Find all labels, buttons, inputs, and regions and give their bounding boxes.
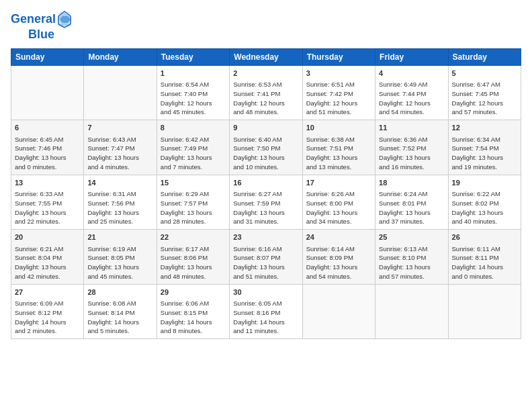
day-info: Sunrise: 6:34 AM Sunset: 7:54 PM Dayligh… xyxy=(452,135,517,172)
calendar-cell: 15Sunrise: 6:29 AM Sunset: 7:57 PM Dayli… xyxy=(157,175,229,229)
calendar-cell: 5Sunrise: 6:47 AM Sunset: 7:45 PM Daylig… xyxy=(448,65,521,120)
day-info: Sunrise: 6:42 AM Sunset: 7:49 PM Dayligh… xyxy=(161,135,226,172)
calendar-cell: 29Sunrise: 6:06 AM Sunset: 8:15 PM Dayli… xyxy=(157,284,229,338)
day-info: Sunrise: 6:49 AM Sunset: 7:44 PM Dayligh… xyxy=(379,80,444,117)
day-number: 18 xyxy=(379,178,444,188)
day-info: Sunrise: 6:09 AM Sunset: 8:12 PM Dayligh… xyxy=(15,299,80,336)
calendar-cell xyxy=(448,284,521,338)
calendar-cell: 13Sunrise: 6:33 AM Sunset: 7:55 PM Dayli… xyxy=(11,175,84,229)
day-info: Sunrise: 6:22 AM Sunset: 8:02 PM Dayligh… xyxy=(452,189,517,226)
day-number: 8 xyxy=(161,123,226,133)
day-number: 20 xyxy=(15,232,80,242)
day-number: 23 xyxy=(233,232,298,242)
calendar-cell: 10Sunrise: 6:38 AM Sunset: 7:51 PM Dayli… xyxy=(302,120,375,175)
day-info: Sunrise: 6:16 AM Sunset: 8:07 PM Dayligh… xyxy=(233,244,298,281)
calendar-week-row: 6Sunrise: 6:45 AM Sunset: 7:46 PM Daylig… xyxy=(11,120,521,175)
day-number: 30 xyxy=(233,287,298,298)
day-info: Sunrise: 6:27 AM Sunset: 7:59 PM Dayligh… xyxy=(233,189,298,226)
calendar-cell xyxy=(84,65,157,120)
day-info: Sunrise: 6:06 AM Sunset: 8:15 PM Dayligh… xyxy=(161,299,226,336)
day-info: Sunrise: 6:05 AM Sunset: 8:16 PM Dayligh… xyxy=(233,299,298,336)
day-number: 29 xyxy=(161,287,226,298)
day-info: Sunrise: 6:29 AM Sunset: 7:57 PM Dayligh… xyxy=(161,189,226,226)
day-info: Sunrise: 6:40 AM Sunset: 7:50 PM Dayligh… xyxy=(233,135,298,172)
calendar-cell: 21Sunrise: 6:19 AM Sunset: 8:05 PM Dayli… xyxy=(84,230,157,284)
calendar-cell: 19Sunrise: 6:22 AM Sunset: 8:02 PM Dayli… xyxy=(448,175,521,229)
calendar-cell: 18Sunrise: 6:24 AM Sunset: 8:01 PM Dayli… xyxy=(375,175,448,229)
day-number: 21 xyxy=(87,232,152,242)
logo-icon xyxy=(57,11,72,28)
day-number: 22 xyxy=(161,232,226,242)
day-number: 7 xyxy=(87,123,152,133)
weekday-header: Tuesday xyxy=(157,48,229,65)
calendar-cell: 6Sunrise: 6:45 AM Sunset: 7:46 PM Daylig… xyxy=(11,120,84,175)
calendar-cell: 9Sunrise: 6:40 AM Sunset: 7:50 PM Daylig… xyxy=(230,120,302,175)
calendar-cell: 22Sunrise: 6:17 AM Sunset: 8:06 PM Dayli… xyxy=(157,230,229,284)
weekday-header: Sunday xyxy=(11,48,84,65)
calendar-cell: 11Sunrise: 6:36 AM Sunset: 7:52 PM Dayli… xyxy=(375,120,448,175)
calendar-cell: 23Sunrise: 6:16 AM Sunset: 8:07 PM Dayli… xyxy=(230,230,302,284)
weekday-header: Wednesday xyxy=(230,48,302,65)
calendar-cell: 8Sunrise: 6:42 AM Sunset: 7:49 PM Daylig… xyxy=(157,120,229,175)
calendar-cell: 17Sunrise: 6:26 AM Sunset: 8:00 PM Dayli… xyxy=(302,175,375,229)
calendar-cell: 30Sunrise: 6:05 AM Sunset: 8:16 PM Dayli… xyxy=(230,284,302,338)
calendar-cell: 7Sunrise: 6:43 AM Sunset: 7:47 PM Daylig… xyxy=(84,120,157,175)
day-number: 28 xyxy=(87,287,152,298)
day-info: Sunrise: 6:33 AM Sunset: 7:55 PM Dayligh… xyxy=(15,189,80,226)
calendar-week-row: 20Sunrise: 6:21 AM Sunset: 8:04 PM Dayli… xyxy=(11,230,521,284)
day-info: Sunrise: 6:38 AM Sunset: 7:51 PM Dayligh… xyxy=(306,135,371,172)
calendar-cell: 28Sunrise: 6:08 AM Sunset: 8:14 PM Dayli… xyxy=(84,284,157,338)
calendar-cell xyxy=(11,65,84,120)
day-info: Sunrise: 6:21 AM Sunset: 8:04 PM Dayligh… xyxy=(15,244,80,281)
day-number: 13 xyxy=(15,178,80,188)
logo-text: General xyxy=(11,13,56,26)
calendar-cell: 3Sunrise: 6:51 AM Sunset: 7:42 PM Daylig… xyxy=(302,65,375,120)
calendar-cell: 25Sunrise: 6:13 AM Sunset: 8:10 PM Dayli… xyxy=(375,230,448,284)
logo: General Blue xyxy=(11,11,72,42)
weekday-header: Friday xyxy=(375,48,448,65)
day-info: Sunrise: 6:54 AM Sunset: 7:40 PM Dayligh… xyxy=(161,80,226,117)
day-info: Sunrise: 6:19 AM Sunset: 8:05 PM Dayligh… xyxy=(87,244,152,281)
calendar-cell: 20Sunrise: 6:21 AM Sunset: 8:04 PM Dayli… xyxy=(11,230,84,284)
weekday-header: Saturday xyxy=(448,48,521,65)
day-number: 6 xyxy=(15,123,80,133)
day-info: Sunrise: 6:14 AM Sunset: 8:09 PM Dayligh… xyxy=(306,244,371,281)
calendar-week-row: 13Sunrise: 6:33 AM Sunset: 7:55 PM Dayli… xyxy=(11,175,521,229)
calendar-cell: 26Sunrise: 6:11 AM Sunset: 8:11 PM Dayli… xyxy=(448,230,521,284)
day-number: 11 xyxy=(379,123,444,133)
day-number: 19 xyxy=(452,178,517,188)
day-info: Sunrise: 6:26 AM Sunset: 8:00 PM Dayligh… xyxy=(306,189,371,226)
logo-blue-text: Blue xyxy=(28,28,54,42)
day-number: 1 xyxy=(161,68,226,79)
day-number: 4 xyxy=(379,68,444,79)
calendar-cell: 2Sunrise: 6:53 AM Sunset: 7:41 PM Daylig… xyxy=(230,65,302,120)
day-info: Sunrise: 6:47 AM Sunset: 7:45 PM Dayligh… xyxy=(452,80,517,117)
day-number: 3 xyxy=(306,68,371,79)
calendar-week-row: 27Sunrise: 6:09 AM Sunset: 8:12 PM Dayli… xyxy=(11,284,521,338)
calendar-cell: 4Sunrise: 6:49 AM Sunset: 7:44 PM Daylig… xyxy=(375,65,448,120)
day-number: 2 xyxy=(233,68,298,79)
calendar-cell: 24Sunrise: 6:14 AM Sunset: 8:09 PM Dayli… xyxy=(302,230,375,284)
weekday-header: Monday xyxy=(84,48,157,65)
day-info: Sunrise: 6:53 AM Sunset: 7:41 PM Dayligh… xyxy=(233,80,298,117)
calendar-week-row: 1Sunrise: 6:54 AM Sunset: 7:40 PM Daylig… xyxy=(11,65,521,120)
day-number: 10 xyxy=(306,123,371,133)
calendar-header-row: SundayMondayTuesdayWednesdayThursdayFrid… xyxy=(11,48,521,65)
day-info: Sunrise: 6:08 AM Sunset: 8:14 PM Dayligh… xyxy=(87,299,152,336)
calendar-cell: 16Sunrise: 6:27 AM Sunset: 7:59 PM Dayli… xyxy=(230,175,302,229)
day-number: 25 xyxy=(379,232,444,242)
day-number: 26 xyxy=(452,232,517,242)
day-number: 24 xyxy=(306,232,371,242)
calendar-cell xyxy=(375,284,448,338)
day-number: 14 xyxy=(87,178,152,188)
day-info: Sunrise: 6:31 AM Sunset: 7:56 PM Dayligh… xyxy=(87,189,152,226)
day-number: 15 xyxy=(161,178,226,188)
day-info: Sunrise: 6:45 AM Sunset: 7:46 PM Dayligh… xyxy=(15,135,80,172)
calendar-cell: 1Sunrise: 6:54 AM Sunset: 7:40 PM Daylig… xyxy=(157,65,229,120)
day-info: Sunrise: 6:51 AM Sunset: 7:42 PM Dayligh… xyxy=(306,80,371,117)
day-info: Sunrise: 6:36 AM Sunset: 7:52 PM Dayligh… xyxy=(379,135,444,172)
day-info: Sunrise: 6:13 AM Sunset: 8:10 PM Dayligh… xyxy=(379,244,444,281)
calendar-cell: 27Sunrise: 6:09 AM Sunset: 8:12 PM Dayli… xyxy=(11,284,84,338)
day-number: 16 xyxy=(233,178,298,188)
calendar-table: SundayMondayTuesdayWednesdayThursdayFrid… xyxy=(11,48,521,339)
